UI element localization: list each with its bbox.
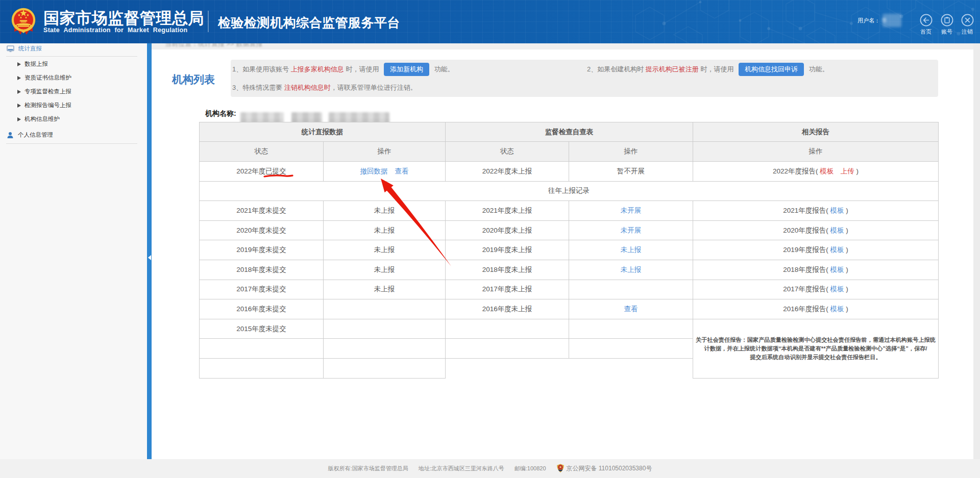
table-cell: 2021年度报告( 模板 )	[693, 201, 939, 221]
table-link[interactable]: 模板	[830, 207, 844, 214]
table-link[interactable]: 撤回数据	[360, 167, 388, 175]
caret-right-icon	[17, 76, 21, 80]
table-cell: 2021年度未提交	[200, 201, 324, 221]
table-cell: 未上报	[569, 240, 693, 260]
sidebar-item-org-info[interactable]: 机构信息维护	[17, 115, 60, 123]
table-row: 2020年度未提交未上报2020年度未上报未开展2020年度报告( 模板 )	[200, 220, 939, 240]
table-cell: 2020年度未提交	[200, 220, 324, 240]
sidebar-group-statistics[interactable]: 统计直报	[7, 45, 42, 53]
table-cell: 2016年度未提交	[200, 299, 324, 319]
collapse-sidebar-icon[interactable]	[148, 255, 151, 260]
sidebar-splitter[interactable]	[147, 43, 152, 459]
note-label: 关于社会责任报告：	[696, 337, 747, 343]
add-org-button[interactable]: 添加新机构	[384, 63, 429, 76]
table-cell	[324, 319, 446, 339]
table-link[interactable]: 模板	[830, 227, 844, 234]
agency-title-block: 国家市场监督管理总局 State Administration for Mark…	[43, 9, 204, 34]
org-info-appeal-button[interactable]: 机构信息找回申诉	[739, 63, 804, 76]
footer-copyright: 版权所有:国家市场监督管理总局	[328, 465, 408, 472]
table-link[interactable]: 查看	[624, 305, 638, 313]
cell-text: 未上报	[374, 207, 395, 214]
sidebar-item-special-supervision[interactable]: 专项监督检查上报	[17, 88, 71, 95]
table-cell	[324, 358, 446, 378]
cell-text: 2021年度报告(	[783, 207, 830, 214]
table-cell: 未上报	[569, 260, 693, 280]
sidebar: 统计直报 数据上报 资质证书信息维护 专项监督检查上报 检测报告编号上报 机构信…	[0, 43, 147, 459]
table-cell: 未上报	[324, 201, 446, 221]
table-cell	[569, 339, 693, 359]
table-cell: 2021年度未上报	[446, 201, 569, 221]
table-link[interactable]: 模板	[830, 246, 844, 254]
platform-title: 检验检测机构综合监管服务平台	[218, 14, 400, 31]
header-separator	[208, 11, 209, 32]
table-red-link[interactable]: 模板	[820, 167, 834, 175]
table-row: 2016年度未提交2016年度未上报查看2016年度报告( 模板 )	[200, 299, 939, 319]
cell-text: 2015年度未提交	[236, 325, 286, 333]
cell-text: 2018年度报告(	[783, 266, 830, 273]
cell-text: )	[844, 305, 848, 313]
scrollbar-track[interactable]	[973, 43, 980, 459]
cell-text: )	[844, 266, 848, 273]
footer-beian: 京公网安备 11010502035380号	[556, 464, 652, 473]
cell-text: 2017年度未上报	[482, 285, 532, 293]
table-link[interactable]: 未上报	[621, 246, 642, 254]
table-cell: 查看	[569, 299, 693, 319]
table-cell: 撤回数据查看	[324, 162, 446, 182]
table-cell: 未上报	[324, 260, 446, 280]
table-group-header: 统计直报数据	[200, 122, 446, 142]
table-row: 2018年度未提交未上报2018年度未上报未上报2018年度报告( 模板 )	[200, 260, 939, 280]
cell-text: )	[854, 167, 859, 175]
nav-account-button[interactable]: 账号	[936, 14, 958, 36]
table-cell	[200, 339, 324, 359]
sidebar-group-label: 个人信息管理	[18, 131, 53, 139]
social-responsibility-note: 关于社会责任报告：国家产品质量检验检测中心提交社会责任报告前，需通过本机构账号上…	[693, 319, 939, 378]
cell-text: 2019年度未上报	[482, 246, 532, 254]
sidebar-group-personal-info[interactable]: 个人信息管理	[7, 131, 53, 139]
table-link[interactable]: 未开展	[621, 227, 642, 234]
nav-home-button[interactable]: 首页	[915, 14, 937, 36]
sidebar-item-data-report[interactable]: 数据上报	[17, 60, 48, 68]
table-link[interactable]: 模板	[830, 266, 844, 273]
table-cell: 2019年度未上报	[446, 240, 569, 260]
cell-text: 2022年度报告(	[773, 167, 820, 175]
sidebar-item-certificate[interactable]: 资质证书信息维护	[17, 74, 71, 82]
caret-right-icon	[17, 62, 21, 66]
table-sub-header: 状态	[200, 142, 324, 162]
police-badge-icon	[556, 464, 565, 473]
table-cell: 2018年度报告( 模板 )	[693, 260, 939, 280]
table-row: 往年上报记录	[200, 181, 939, 201]
cell-text: 2016年度未上报	[482, 305, 532, 313]
cell-text: 2016年度未提交	[236, 305, 286, 313]
cell-text: 2017年度未提交	[236, 285, 286, 293]
note-text-line: 国家产品质量检验检测中心提交社会责任报告前，需通过本机构账号上报统	[747, 337, 936, 343]
agency-title-en: State Administration for Market Regulati…	[43, 27, 204, 34]
cell-text: )	[844, 227, 848, 234]
org-table-wrap: 统计直报数据监督检查自查表相关报告状态操作状态操作操作2022年度已提交撤回数据…	[199, 122, 939, 379]
table-link[interactable]: 未开展	[621, 207, 642, 214]
table-group-header: 相关报告	[693, 122, 939, 142]
table-group-header: 监督检查自查表	[446, 122, 693, 142]
username-redaction-blur	[883, 14, 901, 27]
top-header: 国家市场监督管理总局 State Administration for Mark…	[0, 0, 980, 43]
table-cell: 2022年度已提交	[200, 162, 324, 182]
table-red-link[interactable]: 上传	[841, 167, 854, 175]
table-sub-header: 状态	[446, 142, 569, 162]
table-link[interactable]: 模板	[830, 285, 844, 293]
table-cell: 2016年度报告( 模板 )	[693, 299, 939, 319]
nav-logout-button[interactable]: 注销	[956, 14, 978, 36]
sidebar-divider	[6, 143, 137, 144]
table-cell: 未上报	[324, 240, 446, 260]
caret-right-icon	[17, 104, 21, 108]
table-cell: 暂不开展	[569, 162, 693, 182]
table-link[interactable]: 查看	[395, 167, 409, 175]
cell-text: 2018年度未提交	[236, 266, 286, 273]
cell-text: )	[844, 285, 848, 293]
sidebar-item-report-number[interactable]: 检测报告编号上报	[17, 102, 71, 109]
table-cell	[446, 319, 569, 339]
table-link[interactable]: 模板	[830, 305, 844, 313]
note-text-line: 计数据，并在上报统计数据项“本机构是否建有**产品质量检验检测中心”选择“是”，…	[704, 345, 927, 351]
table-link[interactable]: 未上报	[621, 266, 642, 273]
cell-text: 2022年度已提交	[236, 167, 286, 175]
table-sub-header: 操作	[324, 142, 446, 162]
footer-address: 地址:北京市西城区三里河东路八号	[419, 465, 504, 472]
